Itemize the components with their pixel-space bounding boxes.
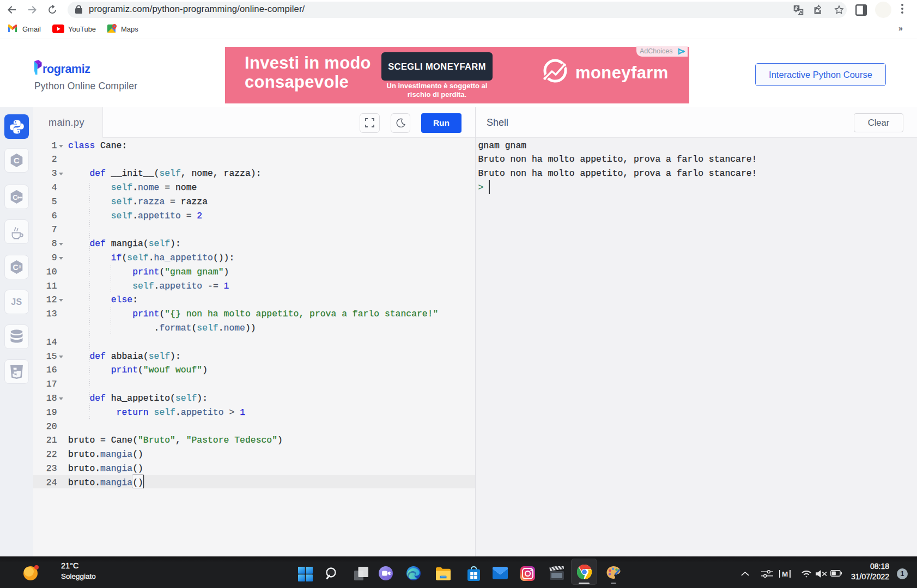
svg-text:rogramiz: rogramiz	[42, 63, 90, 76]
svg-text:#: #	[19, 264, 21, 270]
svg-text:C: C	[14, 156, 20, 165]
svg-text:C: C	[13, 263, 18, 272]
svg-text:C: C	[13, 193, 18, 201]
